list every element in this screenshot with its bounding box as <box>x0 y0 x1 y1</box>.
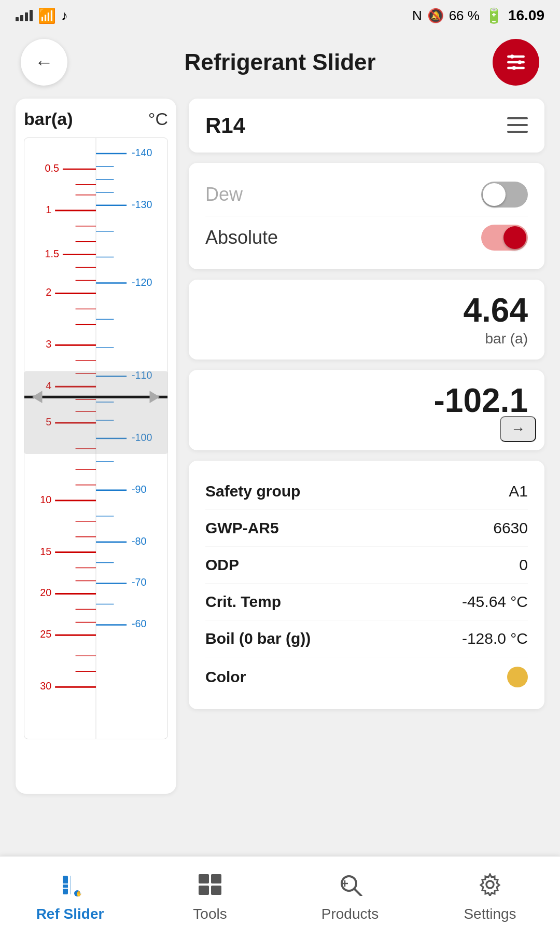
sliders-icon <box>505 51 527 74</box>
status-bar: 📶 ♪ N 🔕 66 % 🔋 16.09 <box>0 0 560 31</box>
crit-temp-row: Crit. Temp -45.64 °C <box>205 584 528 620</box>
tools-icon <box>198 873 222 902</box>
gwp-row: GWP-AR5 6630 <box>205 510 528 547</box>
svg-text:2: 2 <box>46 286 51 298</box>
time-display: 16.09 <box>508 7 544 24</box>
color-dot-indicator <box>507 667 528 687</box>
scale-container[interactable]: 0.5 1 1.5 2 3 <box>24 137 168 739</box>
safety-group-label: Safety group <box>205 482 300 500</box>
convert-arrow-button[interactable]: → <box>500 416 536 442</box>
svg-point-106 <box>486 881 494 888</box>
temperature-value-card: -102.1 °C → <box>189 370 544 450</box>
svg-rect-93 <box>70 876 71 894</box>
bottom-navigation: ✋ Ref Slider Tools Products <box>0 856 560 939</box>
settings-label: Settings <box>464 906 516 922</box>
refrigerant-list-button[interactable] <box>507 117 528 134</box>
absolute-toggle-knob <box>503 226 526 249</box>
svg-rect-98 <box>199 874 209 883</box>
tools-label: Tools <box>193 906 227 922</box>
scale-svg: 0.5 1 1.5 2 3 <box>24 138 167 739</box>
battery-text: 66 % <box>449 8 480 24</box>
main-content: bar(a) °C 0.5 1 1. <box>0 93 560 794</box>
svg-text:-60: -60 <box>132 618 146 629</box>
filter-settings-button[interactable] <box>493 39 539 86</box>
svg-rect-100 <box>199 886 209 895</box>
back-button[interactable]: ← <box>21 39 67 86</box>
absolute-label: Absolute <box>205 227 278 248</box>
status-left: 📶 ♪ <box>16 7 68 24</box>
svg-point-3 <box>510 54 514 58</box>
svg-text:-80: -80 <box>132 535 146 547</box>
svg-text:25: 25 <box>40 628 51 640</box>
svg-text:1: 1 <box>46 204 51 215</box>
boil-row: Boil (0 bar (g)) -128.0 °C <box>205 620 528 657</box>
svg-text:10: 10 <box>40 494 51 505</box>
ref-slider-label: Ref Slider <box>36 906 104 922</box>
battery-icon: 🔋 <box>485 7 503 24</box>
crit-temp-label: Crit. Temp <box>205 593 281 611</box>
svg-rect-92 <box>63 876 68 894</box>
pressure-value: 4.64 <box>205 292 528 328</box>
odp-row: ODP 0 <box>205 547 528 584</box>
svg-text:15: 15 <box>40 545 51 557</box>
svg-text:-130: -130 <box>132 199 152 210</box>
dew-toggle-row: Dew <box>205 173 528 216</box>
refrigerant-card: R14 <box>189 99 544 153</box>
nav-item-tools[interactable]: Tools <box>153 873 267 922</box>
svg-text:30: 30 <box>40 680 51 692</box>
svg-rect-90 <box>507 124 528 126</box>
wifi-icon: 📶 <box>38 7 56 24</box>
dew-toggle[interactable] <box>481 182 528 208</box>
page-title: Refrigerant Slider <box>184 49 375 75</box>
refrigerant-name: R14 <box>205 113 245 138</box>
pressure-value-card: 4.64 bar (a) <box>189 280 544 360</box>
svg-text:0.5: 0.5 <box>45 162 59 174</box>
slider-header: bar(a) °C <box>24 109 168 129</box>
back-arrow-icon: ← <box>35 51 53 73</box>
gwp-label: GWP-AR5 <box>205 519 279 537</box>
music-icon: ♪ <box>61 8 68 24</box>
dew-label: Dew <box>205 184 243 205</box>
right-panel: R14 Dew Absolute <box>189 99 544 794</box>
products-label: Products <box>321 906 379 922</box>
svg-point-5 <box>512 66 516 70</box>
alarm-icon: 🔕 <box>427 8 444 24</box>
ref-slider-icon: ✋ <box>59 874 81 902</box>
safety-group-row: Safety group A1 <box>205 473 528 510</box>
absolute-toggle[interactable] <box>481 225 528 251</box>
absolute-toggle-row: Absolute <box>205 216 528 259</box>
nav-item-products[interactable]: Products <box>293 873 407 922</box>
svg-text:-70: -70 <box>132 576 146 588</box>
temperature-unit-label: °C <box>148 109 168 129</box>
temperature-unit: °C <box>205 421 528 438</box>
crit-temp-value: -45.64 °C <box>462 593 528 611</box>
svg-point-4 <box>518 60 522 64</box>
svg-rect-99 <box>211 874 221 883</box>
svg-rect-89 <box>507 117 528 119</box>
settings-icon <box>478 873 502 902</box>
svg-rect-85 <box>24 371 167 454</box>
svg-rect-91 <box>507 131 528 133</box>
pressure-unit-label: bar(a) <box>24 109 73 129</box>
nfc-icon: N <box>412 8 422 24</box>
svg-text:1.5: 1.5 <box>45 247 59 259</box>
odp-value: 0 <box>519 556 528 574</box>
svg-text:-120: -120 <box>132 276 152 287</box>
color-label: Color <box>205 668 246 686</box>
svg-text:3: 3 <box>46 338 51 350</box>
svg-line-103 <box>354 889 361 896</box>
slider-panel: bar(a) °C 0.5 1 1. <box>16 99 176 794</box>
nav-item-ref-slider[interactable]: ✋ Ref Slider <box>13 874 127 922</box>
pressure-unit: bar (a) <box>205 330 528 347</box>
app-header: ← Refrigerant Slider <box>0 31 560 93</box>
svg-rect-101 <box>211 886 221 895</box>
gwp-value: 6630 <box>493 519 528 537</box>
svg-text:-140: -140 <box>132 147 152 158</box>
safety-group-value: A1 <box>509 482 528 500</box>
signal-bars <box>16 10 33 21</box>
svg-text:✋: ✋ <box>76 890 81 896</box>
nav-item-settings[interactable]: Settings <box>433 873 547 922</box>
odp-label: ODP <box>205 556 239 574</box>
toggle-card: Dew Absolute <box>189 163 544 269</box>
svg-text:-90: -90 <box>132 484 146 495</box>
